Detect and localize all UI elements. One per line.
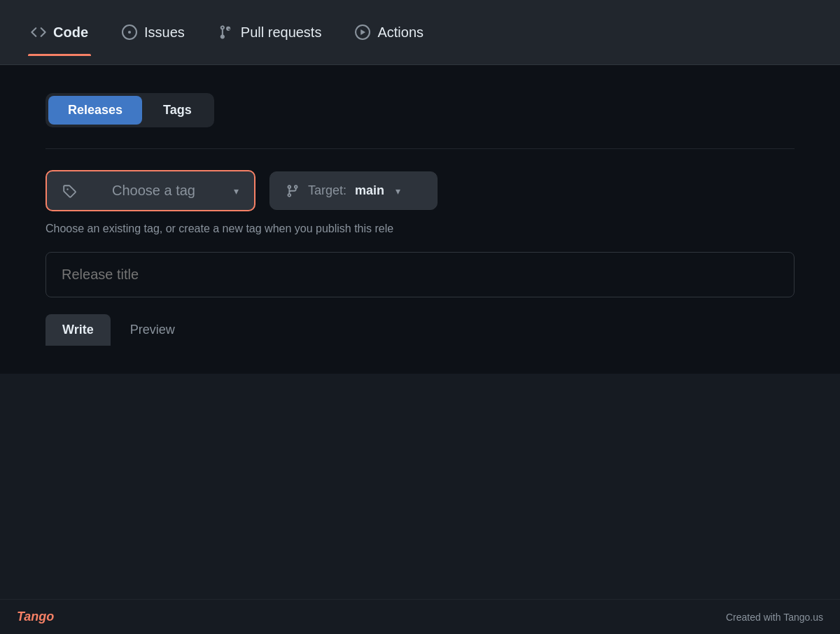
section-divider xyxy=(46,148,794,149)
tag-icon xyxy=(62,184,76,198)
top-nav: Code Issues Pull requests Actions xyxy=(0,0,840,65)
tango-logo: Tango xyxy=(17,610,54,624)
nav-item-pull-requests[interactable]: Pull requests xyxy=(216,19,325,46)
target-label: Target: xyxy=(308,183,346,198)
code-icon xyxy=(31,24,46,40)
footer: Tango Created with Tango.us xyxy=(0,599,840,634)
main-content: Releases Tags Choose a tag ▾ Ta xyxy=(0,65,840,374)
nav-item-actions-label: Actions xyxy=(377,24,424,41)
nav-item-pr-label: Pull requests xyxy=(241,24,322,41)
nav-item-issues-label: Issues xyxy=(144,24,185,41)
editor-tabs: Write Preview xyxy=(46,314,794,346)
nav-item-code[interactable]: Code xyxy=(28,19,91,46)
target-value: main xyxy=(355,183,384,198)
actions-icon xyxy=(355,24,370,40)
issue-icon xyxy=(122,24,137,40)
target-dropdown-arrow: ▾ xyxy=(396,185,400,197)
footer-credit: Created with Tango.us xyxy=(726,612,823,623)
tab-write[interactable]: Write xyxy=(46,314,111,346)
branch-icon xyxy=(286,184,300,198)
target-button[interactable]: Target: main ▾ xyxy=(270,171,438,210)
nav-item-issues[interactable]: Issues xyxy=(119,19,188,46)
choose-tag-button[interactable]: Choose a tag ▾ xyxy=(46,170,255,211)
nav-item-actions[interactable]: Actions xyxy=(352,19,426,46)
tab-preview[interactable]: Preview xyxy=(113,314,192,346)
controls-row: Choose a tag ▾ Target: main ▾ xyxy=(46,170,794,211)
nav-item-code-label: Code xyxy=(53,24,88,41)
tab-releases[interactable]: Releases xyxy=(48,96,142,125)
choose-tag-label: Choose a tag xyxy=(85,183,223,199)
tab-tags[interactable]: Tags xyxy=(144,96,211,125)
help-text: Choose an existing tag, or create a new … xyxy=(46,223,794,235)
toggle-tabs: Releases Tags xyxy=(46,93,214,127)
release-title-input[interactable] xyxy=(46,252,794,297)
pr-icon xyxy=(218,24,234,40)
tag-dropdown-arrow: ▾ xyxy=(234,185,239,197)
